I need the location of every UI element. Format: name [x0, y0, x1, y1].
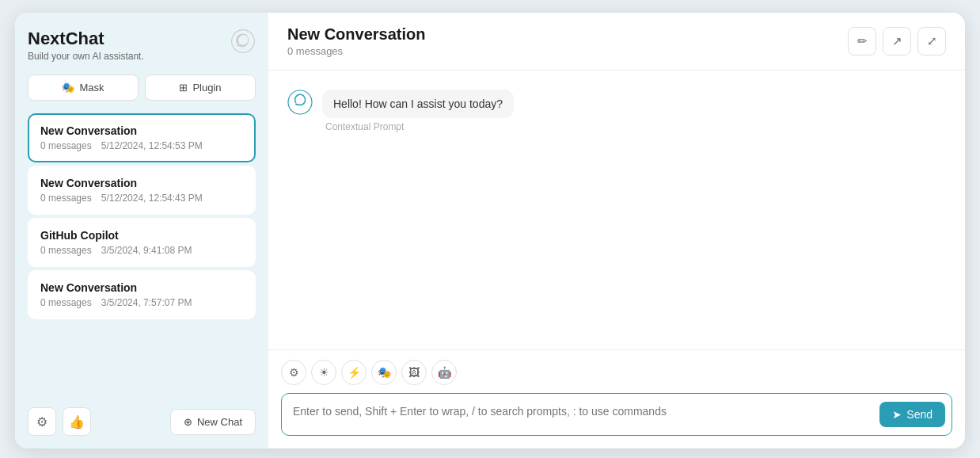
main-header-title: New Conversation 0 messages: [287, 25, 425, 57]
brand-name: NextChat: [28, 29, 144, 49]
toolbar-robot-btn[interactable]: 🤖: [431, 360, 457, 385]
toolbar-lightning-btn[interactable]: ⚡: [341, 360, 367, 385]
chat-message-count: 0 messages: [40, 193, 92, 204]
sidebar-footer: ⚙ 👍 ⊕ New Chat: [28, 401, 256, 436]
sidebar-actions: 🎭 Mask ⊞ Plugin: [28, 74, 256, 101]
edit-button[interactable]: ✏: [848, 27, 876, 55]
chat-item-title: New Conversation: [40, 124, 243, 137]
chat-list-item[interactable]: GitHub Copilot 0 messages 3/5/2024, 9:41…: [28, 218, 256, 267]
chat-list-item[interactable]: New Conversation 0 messages 5/12/2024, 1…: [28, 166, 256, 215]
expand-button[interactable]: ⤢: [917, 27, 946, 55]
settings-icon-btn[interactable]: ⚙: [28, 407, 56, 436]
message-input[interactable]: [293, 397, 873, 432]
chat-list-item[interactable]: New Conversation 0 messages 5/12/2024, 1…: [28, 113, 256, 162]
chat-timestamp: 3/5/2024, 7:57:07 PM: [101, 297, 192, 308]
message-label: Contextual Prompt: [322, 121, 514, 132]
chat-item-title: New Conversation: [40, 281, 243, 294]
brand-tagline: Build your own AI assistant.: [28, 51, 144, 62]
lightning-icon: ⚡: [348, 366, 361, 379]
plus-icon: ⊕: [184, 416, 192, 428]
chat-item-title: New Conversation: [40, 177, 243, 189]
chat-list-item[interactable]: New Conversation 0 messages 3/5/2024, 7:…: [28, 270, 256, 319]
toolbar-settings-btn[interactable]: ⚙: [281, 360, 306, 385]
input-row: ➤ Send: [281, 393, 952, 436]
sidebar: NextChat Build your own AI assistant. 🎭 …: [15, 13, 268, 448]
conversation-title: New Conversation: [287, 25, 425, 44]
chat-item-meta: 0 messages 3/5/2024, 7:57:07 PM: [40, 297, 243, 308]
main-header-actions: ✏ ↗ ⤢: [848, 27, 946, 55]
svg-point-0: [232, 30, 255, 53]
chat-timestamp: 5/12/2024, 12:54:53 PM: [101, 140, 203, 151]
brightness-icon: ☀: [319, 366, 329, 379]
send-button[interactable]: ➤ Send: [879, 402, 945, 427]
mask-label: Mask: [79, 82, 104, 94]
mask2-icon: 🎭: [378, 366, 391, 379]
chat-timestamp: 5/12/2024, 12:54:43 PM: [101, 193, 203, 204]
chat-timestamp: 3/5/2024, 9:41:08 PM: [101, 245, 192, 256]
robot-icon: 🤖: [438, 366, 451, 379]
image-icon: 🖼: [408, 366, 420, 379]
toolbar-mask-btn[interactable]: 🎭: [371, 360, 397, 385]
sidebar-header: NextChat Build your own AI assistant.: [28, 29, 256, 62]
message-bubble: Hello! How can I assist you today?: [322, 90, 514, 118]
chat-message-count: 0 messages: [40, 140, 92, 151]
sidebar-brand: NextChat Build your own AI assistant.: [28, 29, 144, 62]
app-container: NextChat Build your own AI assistant. 🎭 …: [15, 13, 965, 448]
footer-icons: ⚙ 👍: [28, 407, 91, 436]
chat-item-title: GitHub Copilot: [40, 229, 243, 242]
chat-item-meta: 0 messages 5/12/2024, 12:54:53 PM: [40, 140, 243, 151]
plugin-icon: ⊞: [179, 82, 188, 94]
toolbar-brightness-btn[interactable]: ☀: [311, 360, 336, 385]
toolbar-image-btn[interactable]: 🖼: [401, 360, 427, 385]
chat-message-count: 0 messages: [40, 297, 92, 308]
message-count: 0 messages: [287, 45, 425, 57]
mask-icon: 🎭: [62, 82, 74, 94]
settings-icon: ⚙: [289, 366, 299, 379]
messages-area: Hello! How can I assist you today? Conte…: [268, 71, 965, 349]
edit-icon: ✏: [857, 34, 868, 48]
mask-button[interactable]: 🎭 Mask: [28, 74, 139, 101]
new-chat-button[interactable]: ⊕ New Chat: [170, 409, 256, 435]
feedback-icon-btn[interactable]: 👍: [63, 407, 91, 436]
share-icon: ↗: [892, 34, 902, 48]
brand-icon: [230, 29, 256, 57]
message-content: Hello! How can I assist you today? Conte…: [322, 90, 514, 132]
chat-item-meta: 0 messages 5/12/2024, 12:54:43 PM: [40, 193, 243, 204]
ai-avatar: [287, 90, 313, 115]
message-row: Hello! How can I assist you today? Conte…: [287, 90, 946, 132]
send-label: Send: [906, 408, 933, 421]
main-header: New Conversation 0 messages ✏ ↗ ⤢: [268, 13, 965, 71]
plugin-label: Plugin: [192, 82, 221, 94]
main-panel: New Conversation 0 messages ✏ ↗ ⤢: [268, 13, 965, 448]
chat-list: New Conversation 0 messages 5/12/2024, 1…: [28, 113, 256, 391]
chat-message-count: 0 messages: [40, 245, 92, 256]
plugin-button[interactable]: ⊞ Plugin: [145, 74, 256, 101]
share-button[interactable]: ↗: [883, 27, 911, 55]
new-chat-label: New Chat: [197, 416, 242, 428]
chat-item-meta: 0 messages 3/5/2024, 9:41:08 PM: [40, 245, 243, 256]
send-icon: ➤: [892, 408, 902, 421]
input-area: ⚙ ☀ ⚡ 🎭 🖼 🤖: [268, 349, 965, 448]
expand-icon: ⤢: [927, 34, 937, 48]
input-toolbar: ⚙ ☀ ⚡ 🎭 🖼 🤖: [281, 360, 952, 385]
